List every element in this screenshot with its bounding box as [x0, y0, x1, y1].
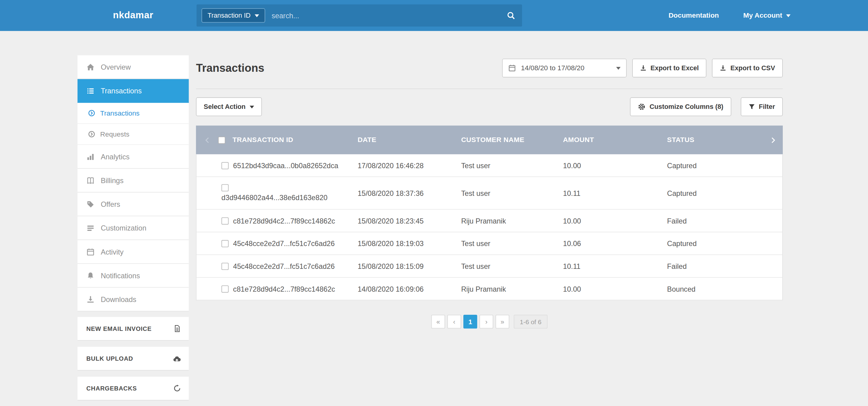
customer-name: Test user	[461, 239, 563, 248]
transaction-status: Captured	[667, 189, 763, 197]
select-action-label: Select Action	[204, 103, 246, 111]
transaction-id: c81e728d9d4c2...7f89cc14862c	[233, 217, 335, 225]
column-header-customer-name[interactable]: CUSTOMER NAME	[461, 136, 563, 144]
transaction-status: Failed	[667, 217, 763, 225]
bar-chart-icon	[86, 152, 95, 161]
sidebar-item-label: Offers	[101, 200, 120, 208]
rotate-icon	[174, 384, 181, 392]
caret-down-icon	[616, 67, 621, 69]
previous-page-button[interactable]: ‹	[447, 315, 461, 329]
home-icon	[86, 63, 95, 71]
pagination-range-label: 1-6 of 6	[514, 315, 548, 329]
sidebar-item-downloads[interactable]: Downloads	[78, 288, 189, 311]
filter-button[interactable]: Filter	[741, 97, 783, 116]
row-checkbox[interactable]	[221, 162, 229, 169]
sidebar: Overview Transactions Transactions Reque…	[78, 55, 189, 406]
customer-name: Riju Pramanik	[461, 285, 563, 293]
transaction-date: 15/08/2020 18:23:45	[358, 217, 461, 225]
select-all-checkbox[interactable]	[218, 136, 225, 144]
customize-columns-button[interactable]: Customize Columns (8)	[630, 97, 731, 116]
transaction-status: Bounced	[667, 285, 763, 293]
sidebar-item-overview[interactable]: Overview	[78, 55, 189, 79]
search-filter-label: Transaction ID	[208, 11, 250, 19]
table-row[interactable]: 45c48cce2e2d7...fc51c7c6ad26 15/08/2020 …	[196, 255, 782, 278]
scroll-columns-right-icon[interactable]	[769, 136, 776, 144]
sidebar-subitem-label: Requests	[100, 130, 129, 138]
scroll-columns-left-icon[interactable]	[204, 136, 211, 144]
column-header-transaction-id[interactable]: TRANSACTION ID	[232, 136, 358, 144]
search-filter-dropdown[interactable]: Transaction ID	[202, 8, 265, 23]
row-checkbox[interactable]	[221, 184, 229, 192]
book-icon	[86, 176, 95, 184]
table-row[interactable]: 45c48cce2e2d7...fc51c7c6ad26 15/08/2020 …	[196, 232, 782, 255]
sidebar-item-label: Transactions	[101, 87, 142, 95]
transaction-date: 14/08/2020 16:09:06	[358, 285, 461, 293]
my-account-menu[interactable]: My Account	[743, 11, 790, 19]
new-email-invoice-button[interactable]: NEW EMAIL INVOICE	[78, 317, 189, 341]
sidebar-subitem-transactions[interactable]: Transactions	[78, 103, 189, 124]
download-icon	[86, 295, 95, 303]
my-account-label: My Account	[743, 11, 782, 19]
transaction-id-cell: d3d9446802a44...38e6d163e820	[218, 180, 358, 206]
chargebacks-button[interactable]: CHARGEBACKS	[78, 377, 189, 401]
caret-down-icon	[249, 105, 254, 108]
table-row[interactable]: c81e728d9d4c2...7f89cc14862c 15/08/2020 …	[196, 210, 782, 232]
transaction-amount: 10.00	[563, 217, 667, 225]
customer-name: Riju Pramanik	[461, 217, 563, 225]
select-action-dropdown[interactable]: Select Action	[196, 97, 262, 116]
page-1-button[interactable]: 1	[463, 315, 477, 329]
sidebar-subitem-requests[interactable]: Requests	[78, 124, 189, 145]
title-controls: 14/08/20 to 17/08/20 Export to Excel Exp…	[502, 59, 783, 77]
last-page-button[interactable]: »	[496, 315, 509, 329]
brand-logo[interactable]: nkdamar	[78, 0, 189, 31]
table-row[interactable]: d3d9446802a44...38e6d163e820 15/08/2020 …	[196, 177, 782, 210]
sidebar-gap	[78, 311, 189, 317]
row-checkbox[interactable]	[221, 262, 229, 270]
transaction-id-cell: c81e728d9d4c2...7f89cc14862c	[218, 282, 358, 295]
list-icon	[86, 87, 95, 95]
sidebar-item-billings[interactable]: Billings	[78, 169, 189, 192]
customer-name: Test user	[461, 262, 563, 270]
file-text-icon	[174, 325, 181, 333]
sidebar-item-label: Overview	[101, 63, 131, 71]
dashboard-page: nkdamar Transaction ID Documentation My …	[0, 0, 868, 406]
sidebar-item-label: Billings	[101, 176, 124, 184]
column-header-amount[interactable]: AMOUNT	[563, 136, 667, 144]
sidebar-item-analytics[interactable]: Analytics	[78, 145, 189, 169]
main-content: Transactions 14/08/20 to 17/08/20 Export…	[196, 55, 783, 329]
action-row: Select Action Customize Columns (8) Filt…	[196, 97, 783, 116]
search-input[interactable]	[265, 11, 506, 20]
sidebar-item-transactions[interactable]: Transactions	[78, 79, 189, 103]
date-range-value: 14/08/20 to 17/08/20	[521, 64, 611, 72]
date-range-picker[interactable]: 14/08/20 to 17/08/20	[502, 59, 626, 77]
documentation-link[interactable]: Documentation	[669, 11, 719, 19]
row-checkbox[interactable]	[221, 285, 229, 292]
next-page-button[interactable]: ›	[479, 315, 493, 329]
sidebar-item-label: Analytics	[101, 152, 130, 161]
bulk-upload-button[interactable]: BULK UPLOAD	[78, 347, 189, 370]
column-header-date[interactable]: DATE	[358, 136, 461, 144]
row-checkbox[interactable]	[221, 217, 229, 224]
sidebar-item-notifications[interactable]: Notifications	[78, 264, 189, 288]
export-excel-button[interactable]: Export to Excel	[632, 59, 707, 77]
row-checkbox[interactable]	[221, 240, 229, 247]
sidebar-item-customization[interactable]: Customization	[78, 216, 189, 240]
header-nav: Documentation My Account	[669, 0, 790, 31]
table-header-row: TRANSACTION ID DATE CUSTOMER NAME AMOUNT…	[196, 126, 783, 155]
sidebar-item-label: Customization	[101, 224, 146, 232]
transaction-amount: 10.00	[563, 285, 667, 293]
table-row[interactable]: c81e728d9d4c2...7f89cc14862c 14/08/2020 …	[196, 278, 782, 300]
table-row[interactable]: 6512bd43d9caa...0b0a82652dca 17/08/2020 …	[196, 154, 782, 177]
transaction-id: d3d9446802a44...38e6d163e820	[221, 194, 328, 202]
transaction-status: Captured	[667, 239, 763, 248]
download-icon	[720, 65, 726, 71]
sidebar-item-activity[interactable]: Activity	[78, 240, 189, 264]
sidebar-item-offers[interactable]: Offers	[78, 192, 189, 216]
column-header-status[interactable]: STATUS	[667, 136, 763, 144]
transaction-status: Captured	[667, 161, 763, 169]
export-csv-button[interactable]: Export to CSV	[712, 59, 783, 77]
arrow-circle-right-icon	[88, 130, 95, 138]
export-excel-label: Export to Excel	[650, 64, 699, 72]
first-page-button[interactable]: «	[431, 315, 445, 329]
search-icon[interactable]	[506, 11, 516, 20]
